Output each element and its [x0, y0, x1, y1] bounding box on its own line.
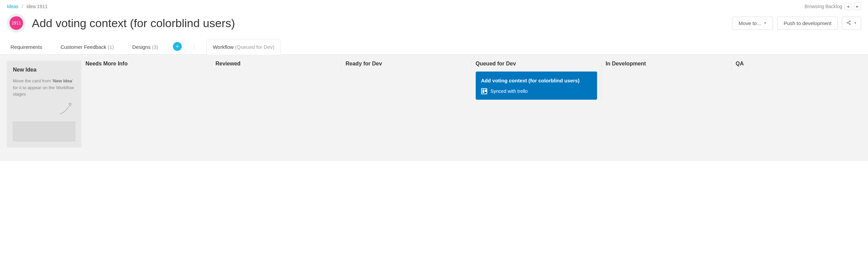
browsing-prev-button[interactable]: ◄ [844, 3, 852, 10]
tab-label: Designs [132, 44, 151, 50]
svg-point-1 [847, 22, 848, 23]
column-ready-for-dev: Ready for Dev [346, 61, 472, 72]
tab-label: Customer Feedback [60, 44, 106, 50]
tab-divider [194, 43, 194, 50]
push-dev-label: Push to development [784, 20, 831, 26]
column-qa: QA [736, 61, 862, 72]
move-to-button[interactable]: Move to... ▼ [732, 17, 773, 30]
idea-badge-wrap: 1911 [7, 14, 26, 33]
tab-workflow[interactable]: Workflow (Queued for Dev) [206, 39, 281, 55]
tab-label: Workflow [213, 44, 234, 50]
svg-point-2 [849, 23, 851, 25]
column-reviewed: Reviewed [216, 61, 342, 72]
push-to-development-button[interactable]: Push to development [777, 17, 838, 30]
plus-icon: + [176, 43, 179, 49]
share-icon [846, 20, 851, 26]
column-header: Needs More Info [85, 61, 207, 67]
workflow-board: New Idea Move the card from 'New Idea' f… [0, 55, 868, 161]
column-new-idea: New Idea Move the card from 'New Idea' f… [7, 61, 81, 147]
idea-card[interactable]: Add voting context (for colorblind users… [476, 72, 597, 100]
arrow-icon [57, 100, 74, 117]
column-needs-more-info: Needs More Info [85, 61, 212, 72]
tab-designs[interactable]: Designs (3) [129, 39, 162, 55]
column-header: Queued for Dev [476, 61, 597, 67]
new-idea-description: Move the card from 'New Idea' for it to … [13, 78, 75, 98]
placeholder-card[interactable] [13, 122, 75, 141]
card-title: Add voting context (for colorblind users… [481, 77, 592, 84]
caret-down-icon: ▼ [764, 21, 767, 25]
tab-count: (3) [152, 44, 158, 50]
breadcrumb-current: Idea 1911 [26, 4, 47, 9]
column-header: QA [736, 61, 857, 67]
svg-point-0 [849, 21, 851, 22]
column-queued-for-dev: Queued for Dev Add voting context (for c… [476, 61, 602, 100]
breadcrumb: Ideas / Idea 1911 [7, 4, 47, 9]
column-header: In Development [606, 61, 727, 67]
tabs: Requirements Customer Feedback (1) Desig… [0, 39, 868, 55]
browsing-label: Browsing Backlog [805, 4, 842, 9]
move-to-label: Move to... [738, 20, 761, 26]
add-tab-button[interactable]: + [173, 42, 182, 51]
browsing-next-button[interactable]: ► [854, 3, 861, 10]
tab-label: Requirements [11, 44, 42, 50]
breadcrumb-root-link[interactable]: Ideas [7, 4, 18, 9]
page-title: Add voting context (for colorblind users… [32, 17, 235, 30]
column-header: Reviewed [216, 61, 337, 67]
chevron-right-icon: ► [856, 4, 860, 8]
tab-count: (1) [108, 44, 114, 50]
svg-line-3 [848, 21, 849, 22]
card-sync-status: Synced with trello [481, 88, 592, 94]
breadcrumb-separator: / [22, 4, 23, 9]
column-in-development: In Development [606, 61, 732, 72]
trello-icon [481, 88, 487, 94]
idea-badge: 1911 [9, 16, 23, 30]
tab-requirements[interactable]: Requirements [7, 39, 46, 55]
card-sync-label: Synced with trello [491, 88, 528, 94]
browsing-backlog-nav: Browsing Backlog ◄ ► [805, 3, 861, 10]
caret-down-icon: ▼ [854, 21, 857, 25]
tab-workflow-state: (Queued for Dev) [235, 44, 274, 50]
share-button[interactable]: ▼ [842, 17, 861, 30]
svg-line-4 [848, 23, 849, 23]
chevron-left-icon: ◄ [846, 4, 850, 8]
column-header: New Idea [13, 67, 75, 73]
column-header: Ready for Dev [346, 61, 467, 67]
tab-customer-feedback[interactable]: Customer Feedback (1) [57, 39, 118, 55]
